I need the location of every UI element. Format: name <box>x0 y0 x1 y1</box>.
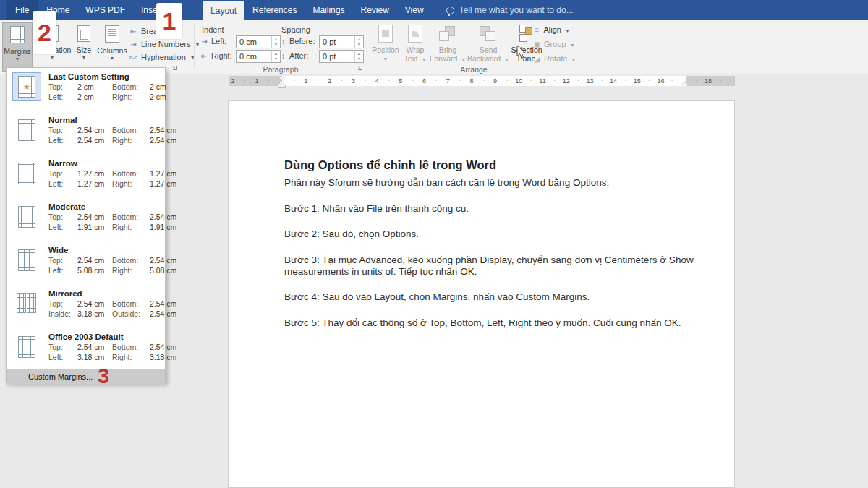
left-indent-marker[interactable] <box>278 85 285 87</box>
annotation-step-1: 1 <box>163 7 176 35</box>
ruler-number: 12 <box>563 74 570 87</box>
margin-label: Inside: <box>48 309 77 320</box>
spacing-heading: Spacing <box>281 25 310 34</box>
ruler-number: 16 <box>657 74 664 87</box>
margin-value: 2.54 cm <box>150 309 180 320</box>
hyphenation-button[interactable]: b-c Hyphenation ▼ <box>129 51 195 63</box>
tab-wps-pdf[interactable]: WPS PDF <box>77 0 133 20</box>
size-label: Size <box>72 46 96 54</box>
spacing-before-input[interactable]: 0 pt ▲▼ <box>319 35 364 48</box>
margin-value: 2.54 cm <box>77 136 112 146</box>
send-backward-icon <box>480 25 497 43</box>
ribbon-tab-bar: FileHomeWPS PDFInsertLayoutReferencesMai… <box>0 0 868 20</box>
ruler-number: 1 <box>255 74 258 87</box>
tell-me-box[interactable]: Tell me what you want to do... <box>446 0 574 20</box>
wrap-text-button[interactable]: Wrap Text ▼ <box>400 22 430 64</box>
spacing-after-value: 0 pt <box>323 51 336 62</box>
ruler-number: 2 <box>231 74 234 87</box>
margins-option-icon <box>12 333 41 361</box>
margin-label: Right: <box>112 93 150 103</box>
spacing-after-label: After: <box>289 51 308 60</box>
margins-option-wide[interactable]: WideTop:2.54 cmBottom:2.54 cmLeft:5.08 c… <box>7 244 165 286</box>
group-button[interactable]: ▣ Group ▼ <box>532 38 576 52</box>
send-backward-button[interactable]: Send Backward ▼ <box>467 22 509 64</box>
line-numbers-button[interactable]: ⇥ Line Numbers ▼ <box>129 38 200 50</box>
indent-right-icon: ⇤ <box>200 52 209 60</box>
paragraph-dialog-launcher[interactable] <box>357 65 363 71</box>
ruler-number: 15 <box>634 74 641 87</box>
margins-option-name: Moderate <box>48 202 163 213</box>
rotate-button[interactable]: ◢ Rotate ▼ <box>532 52 576 67</box>
tab-review[interactable]: Review <box>352 0 396 20</box>
spinner-arrows[interactable]: ▲▼ <box>354 51 363 62</box>
document-paragraph: Bước 3: Tại mục Advanced, kéo xuống phần… <box>284 254 718 278</box>
annotation-step-2-box: 2 <box>33 11 56 54</box>
document-paragraph: Bước 5: Thay đổi các thông số ở Top, Bot… <box>284 317 718 329</box>
first-line-indent-marker[interactable] <box>278 77 284 80</box>
ruler-tick: · <box>730 74 732 87</box>
spinner-arrows[interactable]: ▲▼ <box>354 36 363 48</box>
margin-label: Right: <box>112 179 150 189</box>
align-button[interactable]: ≡ Align ▼ <box>532 23 576 38</box>
margins-option-office-2003-default[interactable]: Office 2003 DefaultTop:2.54 cmBottom:2.5… <box>7 331 165 373</box>
margin-value: 2.54 cm <box>150 343 180 353</box>
margin-value: 1.27 cm <box>150 169 180 179</box>
indent-left-input[interactable]: 0 cm ▲▼ <box>236 35 281 48</box>
group-separator <box>367 23 367 69</box>
margin-value: 5.08 cm <box>150 266 180 276</box>
indent-left-icon: ⇥ <box>200 38 209 46</box>
margin-value: 1.91 cm <box>77 223 112 233</box>
size-button[interactable]: Size ▼ <box>72 22 96 72</box>
tab-layout[interactable]: Layout <box>203 1 244 20</box>
margins-option-moderate[interactable]: ModerateTop:2.54 cmBottom:2.54 cmLeft:1.… <box>7 201 165 243</box>
bring-forward-icon <box>439 25 456 43</box>
paragraph-group-label: Paragraph <box>263 65 298 74</box>
position-button[interactable]: Position ▼ <box>370 22 401 64</box>
tab-mailings[interactable]: Mailings <box>305 0 352 20</box>
margins-option-normal[interactable]: NormalTop:2.54 cmBottom:2.54 cmLeft:2.54… <box>7 114 165 156</box>
arrange-group-label: Arrange <box>460 65 487 74</box>
margins-button[interactable]: Margins ▼ <box>2 22 33 72</box>
margin-value: 2.54 cm <box>150 136 180 146</box>
mouse-cursor-icon <box>516 45 526 59</box>
spacing-before-label: Before: <box>289 37 315 46</box>
document-page[interactable]: Dùng Options để chỉnh lề trong Word Phần… <box>228 100 735 488</box>
chevron-down-icon: ▼ <box>571 57 576 62</box>
margin-label: Bottom: <box>112 343 150 353</box>
margins-option-name: Mirrored <box>48 288 163 299</box>
right-indent-marker[interactable] <box>682 81 688 85</box>
group-label: Group <box>544 40 566 48</box>
ruler-number: 6 <box>422 74 426 87</box>
margin-label: Bottom: <box>112 256 150 266</box>
hyphenation-label: Hyphenation <box>141 53 186 61</box>
tab-references[interactable]: References <box>244 0 305 20</box>
ruler-number: 1 <box>304 74 307 87</box>
spacing-after-input[interactable]: 0 pt ▲▼ <box>319 50 364 63</box>
tab-view[interactable]: View <box>397 0 432 20</box>
margins-option-mirrored[interactable]: MirroredTop:2.54 cmBottom:2.54 cmInside:… <box>7 288 165 330</box>
align-icon: ≡ <box>532 23 542 37</box>
margin-value: 2 cm <box>77 82 112 93</box>
custom-margins-label: Custom Margins... <box>28 369 93 384</box>
margin-label: Top: <box>48 256 77 266</box>
annotation-step-1-box: 1 <box>156 3 182 39</box>
margin-value: 2.54 cm <box>150 299 180 309</box>
chevron-down-icon: ▼ <box>570 43 575 48</box>
indent-right-input[interactable]: 0 cm ▲▼ <box>236 50 281 63</box>
margins-option-narrow[interactable]: NarrowTop:1.27 cmBottom:1.27 cmLeft:1.27… <box>7 158 165 200</box>
ruler-tick: · <box>412 74 414 87</box>
bring-forward-button[interactable]: Bring Forward ▼ <box>428 22 467 64</box>
custom-margins-item[interactable]: Custom Margins... 3 <box>7 369 165 385</box>
margin-value: 2.54 cm <box>77 299 112 309</box>
bring-forward-label: Bring Forward <box>430 46 458 63</box>
chevron-down-icon: ▼ <box>504 57 509 62</box>
margins-option-last-custom-setting[interactable]: ★Last Custom SettingTop:2 cmBottom:2 cmL… <box>7 71 165 113</box>
hanging-indent-marker[interactable] <box>278 81 284 85</box>
margin-value: 1.27 cm <box>150 179 180 189</box>
columns-button[interactable]: Columns ▼ <box>97 22 127 72</box>
indent-left-label: Left: <box>211 37 226 46</box>
margin-value: 1.27 cm <box>77 179 112 189</box>
page-setup-dialog-launcher[interactable] <box>172 65 178 71</box>
margin-value: 3.18 cm <box>150 353 180 363</box>
margins-option-icon <box>12 202 41 231</box>
